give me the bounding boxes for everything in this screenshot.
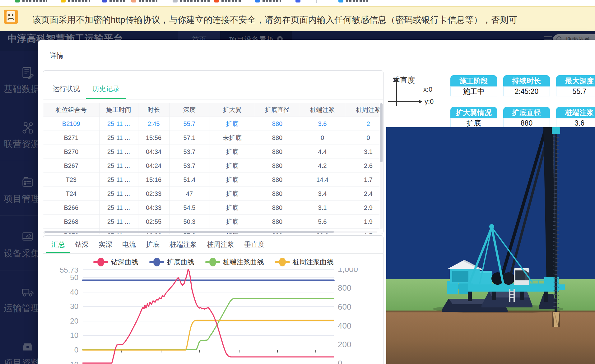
chart-tab-电流[interactable]: 电流 (117, 236, 141, 253)
status-card-value: 扩底 (450, 118, 497, 128)
favicon-5[interactable] (173, 0, 178, 2)
status-card-value: 施工中 (450, 86, 497, 96)
svg-text:200: 200 (338, 340, 351, 349)
svg-text:400: 400 (338, 321, 351, 330)
table-vertical-scrollbar[interactable] (380, 103, 383, 229)
table-cell: 扩底 (210, 145, 255, 159)
column-header: 桩周注浆 (345, 103, 379, 117)
table-cell: 3.6 (300, 117, 345, 131)
legend-item-桩周注浆曲线[interactable]: 桩周注浆曲线 (275, 257, 334, 267)
table-cell: 880 (255, 159, 300, 173)
legend-label: 桩端注浆曲线 (223, 257, 264, 267)
bookmark-label-fragment (22, 0, 47, 2)
favicon-6[interactable] (214, 0, 219, 2)
svg-text:0: 0 (74, 346, 78, 354)
table-row[interactable]: B27125-11-...15:5657.1未扩底88000 (43, 131, 379, 145)
column-header: 时长 (138, 103, 169, 117)
status-card-桩端注浆: 桩端注浆3.6 (556, 107, 595, 128)
chart-tab-扩底[interactable]: 扩底 (141, 236, 165, 253)
table-row[interactable]: B210925-11-...2:4555.7扩底8803.62 (43, 117, 379, 131)
legend-item-桩端注浆曲线[interactable]: 桩端注浆曲线 (205, 257, 264, 267)
table-cell: 54.5 (169, 201, 210, 215)
table-cell: 04:33 (138, 201, 169, 215)
svg-text:1,000: 1,000 (338, 268, 358, 274)
table-row[interactable]: B26625-11-...04:3354.5扩底8803.12.9 (43, 201, 379, 215)
bookmark-label-fragment (346, 0, 368, 2)
legend-item-钻深曲线[interactable]: 钻深曲线 (93, 257, 138, 267)
table-horizontal-scrollbar[interactable] (44, 231, 377, 233)
chart-tab-汇总[interactable]: 汇总 (46, 236, 70, 253)
svg-text:-10: -10 (67, 360, 78, 364)
table-cell: 47 (169, 187, 210, 201)
browser-bookmarks-bar (0, 0, 595, 6)
pile-rig-3d-scene[interactable] (386, 127, 595, 364)
table-cell: B266 (43, 201, 99, 215)
table-cell: 880 (255, 145, 300, 159)
favicon-1[interactable] (15, 0, 20, 2)
table-cell: 扩底 (210, 201, 255, 215)
favicon-2[interactable] (61, 0, 66, 2)
tab-历史记录[interactable]: 历史记录 (86, 71, 126, 99)
warning-text: 该页面采用不加密的http传输协议，与你建立的连接不安全，请勿在页面内输入任何敏… (32, 14, 517, 26)
table-cell: B268 (43, 215, 99, 229)
table-cell: 扩底 (210, 117, 255, 131)
column-header: 施工时间 (99, 103, 138, 117)
table-cell: 55.7 (169, 117, 210, 131)
chart-tab-垂直度[interactable]: 垂直度 (239, 236, 270, 253)
favicon-4[interactable] (131, 0, 136, 2)
table-cell: 1.9 (345, 215, 379, 229)
column-header: 深度 (169, 103, 210, 117)
svg-text:40: 40 (70, 288, 78, 296)
status-card-扩大翼情况: 扩大翼情况扩底 (450, 107, 497, 128)
chart-tab-钻深[interactable]: 钻深 (70, 236, 94, 253)
chart-tab-桩周注浆[interactable]: 桩周注浆 (202, 236, 239, 253)
status-card-扩底直径: 扩底直径880 (503, 107, 550, 128)
table-cell: 04:24 (138, 159, 169, 173)
legend-item-扩底曲线[interactable]: 扩底曲线 (149, 257, 194, 267)
table-cell: 扩底 (210, 173, 255, 187)
chart-panel: 汇总钻深实深电流扩底桩端注浆桩周注浆垂直度 钻深曲线扩底曲线桩端注浆曲线桩周注浆… (43, 235, 383, 364)
status-card-title: 扩底直径 (503, 107, 550, 118)
favicon-9[interactable] (338, 0, 343, 2)
table-cell: 880 (255, 131, 300, 145)
table-cell: 880 (255, 117, 300, 131)
table-row[interactable]: T2425-11-...02:3347扩底8803.42.4 (43, 187, 379, 201)
status-card-value: 55.7 (556, 86, 595, 96)
favicon-7[interactable] (255, 0, 260, 2)
table-row[interactable]: B26825-11-...02:5550.3扩底8805.61.9 (43, 215, 379, 229)
history-table: 桩位组合号施工时间时长深度扩大翼扩底直径桩端注浆桩周注浆 B210925-11-… (43, 103, 379, 234)
verticality-y-value: y:0 (425, 98, 434, 105)
chart-tab-实深[interactable]: 实深 (94, 236, 117, 253)
table-row[interactable]: T2325-11-...15:1651.4扩底88014.41.7 (43, 173, 379, 187)
table-cell: 02:33 (138, 187, 169, 201)
favicon-8[interactable] (295, 0, 300, 2)
table-cell: 25-11-... (99, 145, 138, 159)
browser-sad-page-icon (4, 10, 18, 25)
status-cards: 施工阶段施工中持续时长2:45:20最大深度55.7扩大翼情况扩底扩底直径880… (450, 75, 595, 128)
table-cell: 1.7 (345, 173, 379, 187)
modal-title: 详情 (50, 51, 63, 60)
favicon-3[interactable] (102, 0, 107, 2)
table-cell: 51.4 (169, 173, 210, 187)
table-cell: 25-11-... (99, 215, 138, 229)
table-cell: 3.1 (300, 201, 345, 215)
table-cell: B271 (43, 131, 99, 145)
chart-tab-桩端注浆[interactable]: 桩端注浆 (165, 236, 202, 253)
table-cell: 880 (255, 173, 300, 187)
status-card-持续时长: 持续时长2:45:20 (503, 75, 550, 96)
table-cell: 25-11-... (99, 173, 138, 187)
column-header: 桩位组合号 (43, 103, 99, 117)
table-row[interactable]: B26725-11-...04:2453.7扩底8804.22.6 (43, 159, 379, 173)
status-card-最大深度: 最大深度55.7 (556, 75, 595, 96)
bookmark-label-fragment (139, 0, 157, 2)
svg-text:0: 0 (338, 359, 342, 364)
tab-运行状况[interactable]: 运行状况 (46, 71, 86, 99)
verticality-x-value: x:0 (423, 85, 432, 93)
bookmark-label-fragment (68, 0, 90, 2)
table-cell: 02:55 (138, 215, 169, 229)
table-cell: 880 (255, 187, 300, 201)
table-row[interactable]: B27025-11-...04:3453.7扩底8804.43.1 (43, 145, 379, 159)
status-card-value: 3.6 (556, 118, 595, 128)
table-cell: 53.7 (169, 145, 210, 159)
svg-text:10: 10 (70, 331, 78, 339)
